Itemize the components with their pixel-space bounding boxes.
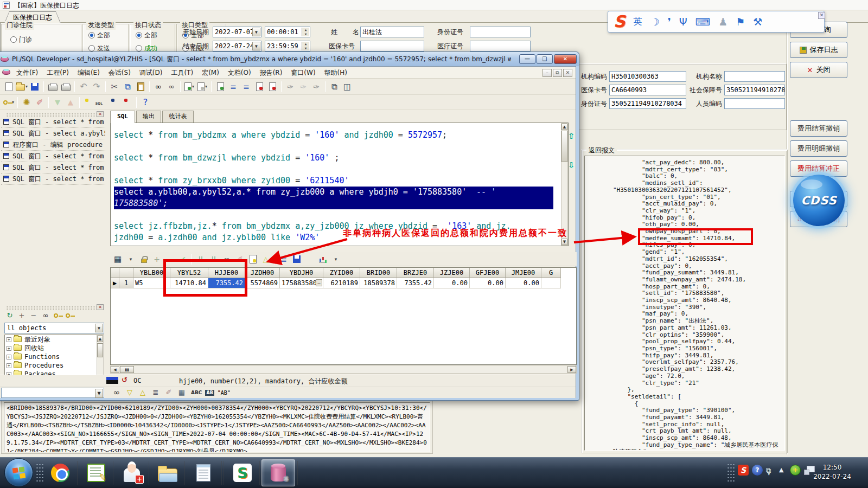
menu-会话(S)[interactable]: 会话(S) [104, 67, 135, 78]
menu-工程(P)[interactable]: 工程(P) [42, 67, 73, 78]
login-icon[interactable]: ▾ [183, 81, 196, 93]
sql-line[interactable]: select a.yblb00,a.ybyl52,a.* from zy_jzb… [114, 187, 553, 198]
window-list-item[interactable]: SQL 窗口 - select * from ic_ [1, 151, 105, 162]
grid-header-BRID00[interactable]: BRID00 [360, 268, 397, 278]
scroll-thumb[interactable] [561, 131, 567, 162]
button-保存日志[interactable]: 保存日志 [790, 42, 847, 58]
menu-文档(O)[interactable]: 文档(O) [224, 67, 256, 78]
dropdown-caret[interactable]: ▾ [25, 84, 28, 89]
session-find-icon[interactable] [108, 97, 121, 108]
print-icon[interactable] [46, 81, 59, 93]
key-icon[interactable]: ▾ [2, 97, 15, 108]
combo-dropdown-icon[interactable]: ▼ [95, 324, 103, 332]
panel-grip-2[interactable] [5, 305, 97, 310]
tray-clock[interactable]: 12:50 2022-07-24 [812, 463, 853, 481]
grid-cell-BRID00[interactable]: 18589378 [360, 278, 397, 288]
tree-item-Procedures[interactable]: +Procedures [5, 361, 104, 370]
date-input[interactable]: 2022-07-24▼ [213, 41, 261, 52]
sogou-logo[interactable]: S [614, 12, 626, 31]
lock-icon[interactable] [137, 253, 150, 265]
grid-header-JZJE00[interactable]: JZJE00 [434, 268, 470, 278]
taskbar-chrome[interactable] [43, 459, 77, 486]
ink-icon[interactable]: ❜ [668, 12, 671, 31]
gear-icon[interactable]: ✺ [20, 97, 33, 108]
mdi-restore-icon[interactable]: ⧉ [553, 69, 562, 77]
print-setup-icon[interactable] [59, 81, 72, 93]
new-icon[interactable] [2, 81, 15, 93]
hscroll-thumb[interactable]: ▮▮ [120, 366, 134, 373]
find-icon[interactable]: ∞ [152, 81, 165, 93]
radio-门诊[interactable]: 门诊 [10, 35, 32, 44]
remove-icon[interactable]: − [28, 311, 39, 320]
time-input[interactable]: 00:00:01▲▼ [265, 27, 310, 37]
sql-line[interactable] [114, 141, 553, 152]
radio-全部[interactable]: 全部 [88, 31, 110, 40]
tray-360safe-icon[interactable]: + [790, 465, 801, 476]
taskbar-s-reader[interactable]: S [226, 459, 259, 486]
tab-SQL[interactable]: SQL [110, 111, 135, 123]
logout-icon[interactable]: ▾ [196, 81, 209, 93]
time-spinner-icon[interactable]: ▲▼ [302, 42, 309, 50]
menu-报告(R)[interactable]: 报告(R) [256, 67, 287, 78]
time-input[interactable]: 23:59:59▲▼ [265, 41, 310, 52]
button-费用明细撤销[interactable]: 费用明细撤销 [790, 140, 847, 157]
sql-line[interactable] [114, 164, 553, 175]
expand-icon[interactable]: + [7, 346, 11, 351]
radio-icon[interactable] [88, 45, 95, 52]
mdi-close-icon[interactable]: ✕ [563, 69, 572, 77]
grid-cell-G[interactable] [541, 278, 561, 288]
grid-options-icon[interactable]: ▦ [111, 253, 124, 265]
session-kill-icon[interactable] [121, 97, 134, 108]
date-dropdown-icon[interactable]: ▼ [252, 42, 260, 50]
grid-cell-ZYID00[interactable]: 6210189 [323, 278, 360, 288]
sogou-close-icon[interactable]: ✕ [818, 12, 825, 19]
session-sql-icon[interactable]: SQL [95, 97, 108, 108]
find-objects-icon[interactable]: ∞ [40, 311, 51, 320]
lang-indicator[interactable]: 英 [634, 12, 642, 31]
tray-help-icon[interactable]: ? [752, 465, 763, 476]
grid-header-YBDJH0[interactable]: YBDJH0 [280, 268, 323, 278]
sql-line[interactable]: select * from bm_ybdzmx a where ybdzid =… [114, 130, 553, 141]
grid-header-rowsel[interactable] [111, 268, 119, 278]
window-list-item[interactable]: SQL 窗口 - select * from sf_ [1, 162, 105, 174]
taskbar-file-explorer[interactable] [151, 459, 184, 486]
taskbar-notepad-plus[interactable] [79, 459, 113, 486]
prev-statement-icon[interactable]: ⇧ [568, 131, 575, 141]
query-plan-icon[interactable]: ≣ [277, 253, 290, 265]
commit-icon[interactable] [253, 81, 266, 93]
close-button[interactable]: ✕ [554, 54, 577, 64]
chart-caret[interactable]: ▾ [329, 253, 342, 265]
tray-restore-icon[interactable]: ⧉ [766, 466, 771, 475]
panel-grip[interactable] [5, 112, 97, 117]
fetch-down-icon[interactable]: ▼ [51, 97, 64, 108]
refresh-icon[interactable]: ↻ [4, 311, 15, 320]
time-spinner-icon[interactable]: ▲▼ [302, 28, 309, 36]
menu-编辑(E)[interactable]: 编辑(E) [73, 67, 104, 78]
dropdown-caret[interactable]: ▾ [205, 84, 207, 89]
findbar-clear-icon[interactable]: ✐ [163, 388, 175, 397]
scroll-up-icon[interactable]: ▲ [561, 124, 567, 130]
add-icon[interactable]: + [16, 311, 27, 320]
find-next-icon[interactable]: ∞ [165, 81, 178, 93]
info-input-0[interactable]: H35010300363 [609, 71, 686, 82]
expand-icon[interactable]: + [7, 363, 11, 368]
fetch-up-icon[interactable]: ▲ [64, 97, 77, 108]
info-input2-1[interactable]: 350521194910278034 [724, 85, 785, 95]
findbar-down-icon[interactable]: ▽ [124, 388, 136, 397]
grid-header-JZDH00[interactable]: JZDH00 [245, 268, 280, 278]
grid-cell-JZJE00[interactable]: 0.00 [434, 278, 470, 288]
radio-icon[interactable] [136, 45, 142, 52]
expand-icon[interactable]: + [7, 337, 11, 342]
key2-icon[interactable] [64, 311, 75, 320]
menu-窗口(W)[interactable]: 窗口(W) [286, 67, 320, 78]
findbar-find-icon[interactable]: ∞ [111, 388, 123, 397]
open-icon[interactable]: ▾ [15, 81, 28, 93]
sql-line[interactable]: select * from bm_dzwzjl where ybdzid = '… [114, 152, 553, 164]
copy-icon[interactable]: ⧉ [121, 81, 134, 93]
button-关闭[interactable]: ✕关闭 [790, 62, 847, 78]
radio-全部[interactable]: 全部 [136, 31, 157, 40]
tile-windows-icon[interactable]: ◫ [341, 81, 354, 93]
findbar-list-icon[interactable]: ≣ [150, 388, 162, 397]
grid-header-ZYID00[interactable]: ZYID00 [323, 268, 360, 278]
tree-item-Functions[interactable]: +Functions [5, 352, 104, 361]
